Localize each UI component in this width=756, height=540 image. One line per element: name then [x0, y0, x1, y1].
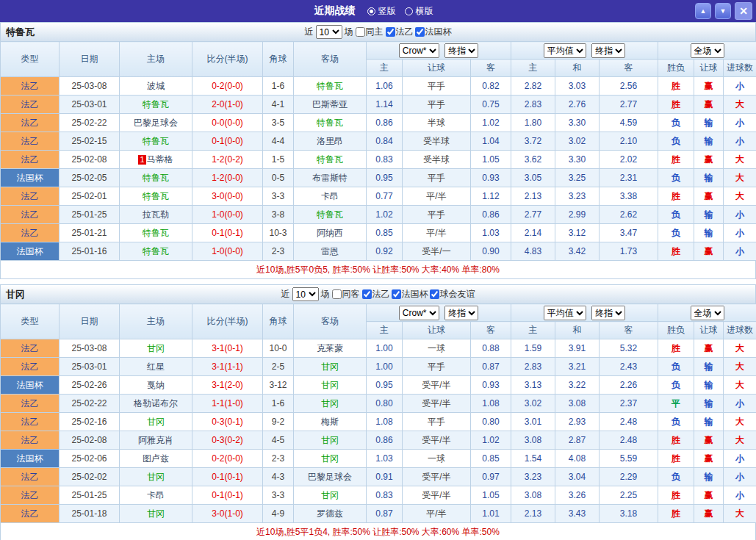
team-name[interactable]: 戛纳: [147, 380, 165, 390]
team-name[interactable]: 特鲁瓦: [143, 173, 169, 183]
average-final-select[interactable]: 终指: [591, 43, 625, 58]
away-team-cell: 特鲁瓦: [294, 151, 367, 169]
away-team-cell: 特鲁瓦: [294, 206, 367, 224]
layout-vertical-radio[interactable]: 竖版: [367, 5, 396, 18]
col-header-score: 比分(半场): [192, 42, 263, 77]
team-name[interactable]: 马蒂格: [147, 154, 173, 165]
team-name[interactable]: 甘冈: [321, 398, 339, 408]
team-name[interactable]: 阿雅克肖: [138, 435, 173, 445]
average-select[interactable]: 平均值: [544, 43, 586, 58]
team-name[interactable]: 特鲁瓦: [317, 154, 343, 165]
league-label: 法乙: [396, 26, 414, 38]
away-team-cell: 甘冈: [294, 395, 367, 413]
team-name[interactable]: 格勒诺布尔: [134, 398, 178, 408]
results-table: 类型 日期 主场 比分(半场) 角球 客场 Crow* 终指 平均值 终指 全场: [0, 41, 756, 261]
avg-draw-cell: 3.91: [555, 339, 600, 358]
corner-cell: 1-6: [263, 77, 294, 96]
league-filter[interactable]: 球会友谊: [430, 288, 475, 300]
odds-company-select[interactable]: Crow*: [399, 306, 439, 320]
fullmatch-select[interactable]: 全场: [691, 306, 724, 320]
team-name[interactable]: 甘冈: [321, 435, 339, 445]
average-final-select[interactable]: 终指: [591, 306, 625, 320]
subheader-goals-result: 进球数: [724, 322, 756, 339]
avg-home-cell: 4.83: [511, 242, 555, 261]
team-name[interactable]: 甘冈: [147, 472, 165, 482]
scroll-up-button[interactable]: [695, 3, 711, 19]
team-name[interactable]: 甘冈: [147, 343, 165, 353]
scroll-down-button[interactable]: [715, 3, 731, 19]
same-venue-filter[interactable]: 同主: [356, 26, 384, 38]
handicap-cell: 平手: [403, 77, 471, 96]
team-name[interactable]: 克莱蒙: [317, 343, 343, 353]
team-name[interactable]: 卡昂: [147, 490, 165, 500]
league-checkbox[interactable]: [430, 289, 439, 299]
home-odds-cell: 0.86: [367, 114, 403, 132]
avg-away-cell: 2.77: [600, 96, 658, 114]
match-count-select[interactable]: 10: [292, 287, 319, 301]
team-name[interactable]: 甘冈: [321, 361, 339, 372]
home-odds-cell: 0.87: [367, 505, 403, 523]
league-checkbox[interactable]: [392, 289, 401, 299]
league-checkbox[interactable]: [415, 27, 425, 37]
team-name[interactable]: 特鲁瓦: [317, 118, 343, 128]
goals-result-cell: 小: [724, 242, 756, 261]
match-count-select[interactable]: 10: [316, 25, 342, 39]
team-name[interactable]: 特鲁瓦: [143, 228, 169, 238]
team-name[interactable]: 特鲁瓦: [317, 209, 343, 220]
team-name[interactable]: 巴黎足球会: [308, 472, 352, 482]
league-filter[interactable]: 法乙: [386, 26, 414, 38]
away-team-cell: 卡昂: [294, 187, 367, 206]
team-name[interactable]: 特鲁瓦: [143, 136, 169, 146]
team-name[interactable]: 罗德兹: [317, 508, 343, 519]
team-name[interactable]: 红星: [147, 361, 165, 372]
team-name[interactable]: 甘冈: [321, 380, 339, 390]
same-venue-checkbox[interactable]: [332, 289, 342, 299]
team-name[interactable]: 梅斯: [321, 417, 339, 427]
goals-result-cell: 大: [724, 96, 756, 114]
odds-final-select[interactable]: 终指: [444, 43, 478, 58]
team-name[interactable]: 甘冈: [321, 453, 339, 464]
fullmatch-select[interactable]: 全场: [691, 43, 724, 58]
league-checkbox[interactable]: [386, 27, 395, 37]
same-venue-checkbox[interactable]: [356, 27, 365, 37]
league-filter[interactable]: 法乙: [362, 288, 390, 300]
team-name[interactable]: 特鲁瓦: [143, 99, 169, 109]
home-team-cell: 巴黎足球会: [120, 114, 192, 132]
odds-company-select[interactable]: Crow*: [399, 43, 439, 58]
avg-away-cell: 2.02: [600, 151, 658, 169]
team-name[interactable]: 雷恩: [321, 246, 339, 256]
team-name[interactable]: 波城: [147, 81, 165, 91]
layout-horizontal-radio[interactable]: 横版: [405, 5, 433, 18]
league-checkbox[interactable]: [362, 289, 372, 299]
team-name[interactable]: 甘冈: [147, 508, 165, 519]
avg-away-cell: 3.47: [600, 224, 658, 242]
goals-result-cell: 大: [724, 151, 756, 169]
team-name[interactable]: 甘冈: [321, 490, 339, 500]
result-cell: 负: [658, 206, 694, 224]
team-name[interactable]: 巴黎足球会: [134, 118, 178, 128]
team-name[interactable]: 阿纳西: [317, 228, 343, 238]
team-name[interactable]: 洛里昂: [317, 136, 343, 146]
odds-final-select[interactable]: 终指: [444, 306, 478, 320]
league-filter[interactable]: 法国杯: [392, 288, 428, 300]
avg-home-cell: 3.62: [511, 151, 555, 169]
away-odds-cell: 0.86: [471, 206, 511, 224]
team-name[interactable]: 特鲁瓦: [317, 81, 343, 91]
team-name[interactable]: 特鲁瓦: [143, 246, 169, 256]
corner-cell: 4-1: [263, 96, 294, 114]
team-name[interactable]: 特鲁瓦: [143, 191, 169, 201]
same-venue-filter[interactable]: 同客: [332, 288, 360, 300]
corner-cell: 1-6: [263, 395, 294, 413]
average-select[interactable]: 平均值: [544, 306, 586, 320]
league-filter[interactable]: 法国杯: [415, 26, 452, 38]
handicap-cell: 平手: [403, 206, 471, 224]
league-type-cell: 法乙: [1, 339, 60, 358]
team-name[interactable]: 图卢兹: [143, 453, 169, 464]
close-button[interactable]: [735, 2, 752, 20]
team-name[interactable]: 拉瓦勒: [143, 209, 169, 220]
team-name[interactable]: 布雷斯特: [312, 173, 348, 183]
team-name[interactable]: 卡昂: [321, 191, 339, 201]
team-name[interactable]: 巴斯蒂亚: [312, 99, 348, 109]
subheader-odds-home: 主: [367, 60, 403, 77]
team-name[interactable]: 甘冈: [147, 417, 165, 427]
